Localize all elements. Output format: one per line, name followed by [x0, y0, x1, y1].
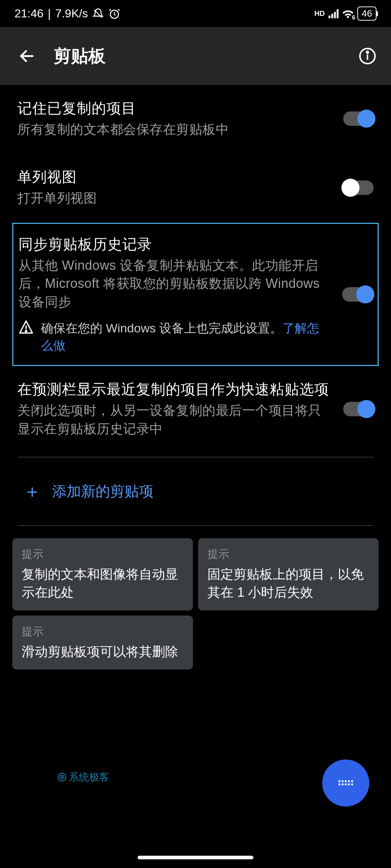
add-label: 添加新的剪贴项 [52, 481, 154, 501]
keyboard-fab[interactable] [322, 760, 369, 807]
svg-rect-14 [345, 780, 347, 782]
svg-rect-17 [339, 783, 340, 785]
svg-rect-21 [351, 783, 353, 785]
toggle-sync[interactable] [342, 287, 373, 302]
warning-text: 确保在您的 Windows 设备上也完成此设置。了解怎么做 [41, 320, 331, 354]
tip-label: 提示 [22, 547, 184, 562]
no-sound-icon [92, 8, 104, 20]
svg-rect-15 [348, 780, 350, 782]
svg-rect-16 [351, 780, 353, 782]
svg-rect-20 [348, 783, 350, 785]
svg-rect-13 [342, 780, 344, 782]
status-right: HD 6 46 [314, 7, 377, 21]
setting-desc: 从其他 Windows 设备复制并粘贴文本。此功能开启后，Microsoft 将… [18, 256, 331, 311]
setting-title: 同步剪贴板历史记录 [18, 235, 331, 254]
setting-remember-items[interactable]: 记住已复制的项目 所有复制的文本都会保存在剪贴板中 [12, 85, 379, 154]
setting-desc: 所有复制的文本都会保存在剪贴板中 [17, 120, 332, 139]
tip-text: 固定剪贴板上的项目，以免其在 1 小时后失效 [207, 565, 369, 602]
tip-label: 提示 [207, 547, 369, 562]
plus-icon: ＋ [23, 479, 38, 503]
back-icon[interactable] [18, 47, 35, 65]
tip-card: 提示 滑动剪贴板项可以将其删除 [12, 616, 193, 669]
tip-label: 提示 [22, 624, 184, 639]
tips-grid: 提示 复制的文本和图像将自动显示在此处 提示 固定剪贴板上的项目，以免其在 1 … [12, 538, 379, 669]
svg-rect-18 [342, 783, 344, 785]
status-bar: 21:46 | 7.9K/s HD 6 46 [0, 0, 391, 27]
tip-text: 复制的文本和图像将自动显示在此处 [22, 565, 184, 602]
tip-text: 滑动剪贴板项可以将其删除 [22, 643, 184, 661]
wifi-icon: 6 [341, 7, 354, 20]
status-left: 21:46 | 7.9K/s [14, 7, 121, 20]
svg-point-10 [62, 777, 62, 778]
page-title: 剪贴板 [54, 44, 340, 68]
setting-title: 记住已复制的项目 [17, 99, 332, 118]
setting-title: 单列视图 [17, 167, 332, 186]
signal-icon [328, 8, 339, 19]
setting-prediction-bar[interactable]: 在预测栏显示最近复制的项目作为快速粘贴选项 关闭此选项时，从另一设备复制的最后一… [12, 366, 379, 453]
tip-card: 提示 固定剪贴板上的项目，以免其在 1 小时后失效 [198, 538, 379, 610]
warning-icon [18, 320, 34, 335]
tip-card: 提示 复制的文本和图像将自动显示在此处 [12, 538, 193, 610]
watermark: 系统极客 [57, 770, 109, 784]
keyboard-icon [335, 772, 357, 794]
setting-single-column[interactable]: 单列视图 打开单列视图 [12, 154, 379, 222]
alarm-icon [108, 8, 121, 20]
svg-rect-12 [339, 780, 340, 782]
add-clipboard-item[interactable]: ＋ 添加新的剪贴项 [12, 461, 379, 522]
setting-desc: 打开单列视图 [17, 189, 332, 207]
info-icon[interactable] [358, 47, 377, 65]
toggle-single-column[interactable] [343, 180, 374, 195]
toggle-remember[interactable] [343, 111, 374, 126]
hd-indicator: HD [314, 9, 325, 18]
nav-indicator[interactable] [138, 856, 253, 859]
setting-sync-clipboard[interactable]: 同步剪贴板历史记录 从其他 Windows 设备复制并粘贴文本。此功能开启后，M… [12, 223, 379, 366]
svg-point-5 [367, 51, 369, 53]
setting-desc: 关闭此选项时，从另一设备复制的最后一个项目将只显示在剪贴板历史记录中 [17, 401, 332, 438]
toggle-prediction[interactable] [343, 402, 374, 416]
battery-indicator: 46 [357, 7, 377, 21]
status-time: 21:46 [14, 7, 43, 20]
app-bar: 剪贴板 [0, 27, 391, 85]
svg-rect-19 [345, 783, 347, 785]
svg-point-7 [25, 331, 27, 332]
setting-title: 在预测栏显示最近复制的项目作为快速粘贴选项 [17, 380, 332, 399]
divider [17, 457, 374, 458]
status-speed: 7.9K/s [55, 7, 88, 20]
divider [17, 525, 374, 526]
